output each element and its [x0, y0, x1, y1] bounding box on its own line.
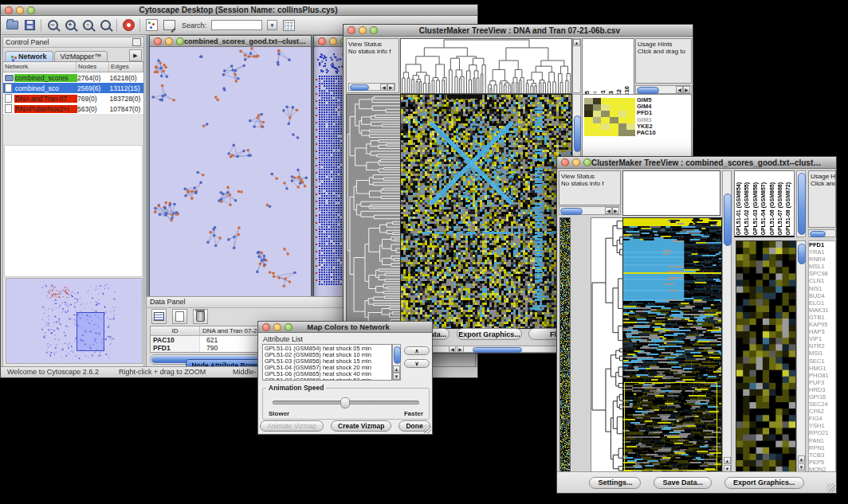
minimize-button[interactable] — [273, 323, 281, 331]
gene-list-item[interactable]: KAP95 — [809, 321, 835, 328]
network-table-row[interactable]: combined_sco 2569(6) 13112(15) — [3, 83, 143, 93]
table-edit-icon[interactable] — [282, 19, 295, 32]
gene-list-item[interactable]: MAK31 — [809, 307, 835, 314]
gene-list-item[interactable]: GTB1 — [809, 314, 835, 321]
gene-list-item[interactable]: HMG1 — [809, 365, 835, 372]
gene-list-item[interactable]: CLN1 — [809, 277, 835, 284]
attribute-list-item[interactable]: GPL51-07 (GSM868) heat shock 60 min — [265, 377, 391, 381]
minimize-button[interactable] — [572, 158, 580, 166]
close-button[interactable] — [318, 37, 326, 45]
minimize-button[interactable] — [16, 6, 24, 14]
network-overview-icon[interactable] — [145, 19, 158, 32]
minimize-button[interactable] — [165, 37, 173, 45]
attribute-select-icon[interactable] — [151, 309, 167, 324]
gene-list-item[interactable]: ELG1 — [809, 299, 835, 307]
zoom-selected-icon[interactable] — [99, 19, 112, 32]
global-overview-strip[interactable] — [559, 217, 571, 474]
new-attribute-icon[interactable] — [172, 309, 187, 324]
move-down-button[interactable]: ∨ — [404, 359, 430, 368]
zoom-window-button[interactable] — [285, 323, 292, 331]
gene-list-item[interactable]: SPC98 — [809, 270, 835, 277]
array-labels-vscrollbar[interactable] — [796, 170, 806, 237]
zoom-window-button[interactable] — [27, 6, 35, 14]
gene-list-item[interactable]: TCB3 — [809, 451, 835, 459]
gene-list-item[interactable]: FIG4 — [809, 415, 835, 422]
gene-list-item[interactable]: RPN1 — [809, 444, 835, 451]
treeview-dna-titlebar[interactable]: ClusterMaker TreeView : DNA and Tran 07-… — [344, 25, 693, 37]
gene-list-item[interactable]: MSL1 — [809, 263, 835, 270]
zoomed-heatmap-canvas[interactable] — [736, 240, 796, 474]
map-colors-titlebar[interactable]: Map Colors to Network — [258, 322, 432, 333]
network-table-row[interactable]: RNAPuberNov2+I 563(0) 107847(0) — [3, 104, 143, 114]
slider-thumb[interactable] — [340, 397, 350, 408]
zoom-in-icon[interactable]: + — [64, 19, 77, 32]
gene-list-item[interactable]: GPI16 — [809, 393, 835, 400]
float-panel-icon[interactable] — [132, 38, 141, 46]
close-button[interactable] — [5, 6, 13, 14]
gene-list-vscrollbar[interactable]: ▲▼ — [796, 240, 806, 472]
gene-list-item[interactable]: MSI1 — [809, 350, 835, 357]
network-view-canvas[interactable] — [150, 47, 311, 299]
close-button[interactable] — [347, 26, 355, 34]
resize-grip[interactable] — [826, 483, 835, 492]
heatmap-canvas[interactable] — [400, 94, 572, 329]
gene-list-item[interactable]: PHO81 — [809, 372, 835, 379]
view-status-hscrollbar[interactable]: ◀▶ — [559, 206, 621, 215]
heatmap-canvas[interactable] — [622, 217, 722, 474]
delete-attribute-icon[interactable] — [193, 309, 208, 324]
gene-list-item[interactable]: VIP1 — [809, 335, 835, 342]
gene-list-item[interactable]: PEP5 — [809, 459, 835, 466]
gene-list-item[interactable]: HRD3 — [809, 386, 835, 393]
gene-list-item[interactable]: YSH1 — [809, 422, 835, 429]
gene-list-item[interactable]: CPA2 — [809, 408, 835, 415]
animation-speed-slider[interactable] — [273, 400, 419, 404]
treeview-combined-titlebar[interactable]: ClusterMaker TreeView : combined_scores_… — [557, 157, 836, 169]
close-button[interactable] — [154, 37, 162, 45]
gene-list-item[interactable]: YRA1 — [809, 248, 835, 256]
network-overview-canvas[interactable] — [6, 278, 143, 364]
gene-list-item[interactable]: RNR4 — [809, 256, 835, 263]
gene-list-item[interactable]: HAP3 — [809, 328, 835, 335]
row-dendrogram-canvas[interactable] — [591, 217, 623, 474]
heatmap-vscrollbar[interactable]: ▲▼ — [722, 170, 732, 474]
close-button[interactable] — [561, 158, 569, 166]
selected-genes-mini-heatmap[interactable] — [584, 98, 635, 136]
search-dropdown-icon[interactable]: ▼ — [267, 20, 277, 30]
network-view-titlebar[interactable]: combined_scores_good.txt--cluste... — [150, 36, 311, 47]
tab-vizmapper[interactable]: VizMapper™ — [54, 51, 108, 61]
save-data-button[interactable]: Save Data... — [654, 477, 712, 489]
zoom-window-button[interactable] — [370, 26, 378, 34]
network-table-row[interactable]: DNA and Tran 07 769(0) 183728(0) — [3, 93, 143, 104]
gene-list-item[interactable]: SEC24 — [809, 400, 835, 408]
column-dendrogram-canvas[interactable] — [400, 38, 572, 94]
row-dendrogram-canvas[interactable] — [346, 94, 401, 329]
close-button[interactable] — [262, 323, 270, 331]
create-vizmap-button[interactable]: Create Vizmap — [331, 420, 391, 432]
zoom-out-icon[interactable]: − — [46, 19, 59, 32]
gene-list-item[interactable]: PAN1 — [809, 437, 835, 444]
gene-list-item[interactable]: NIS1 — [809, 285, 835, 292]
attribute-list-vscrollbar[interactable]: ▲▼ — [392, 344, 401, 381]
export-graphics-button[interactable]: Export Graphics... — [457, 328, 522, 340]
gene-list-item[interactable]: SEC1 — [809, 357, 835, 365]
gene-list-item[interactable]: BUD4 — [809, 292, 835, 299]
gene-list-item[interactable]: RPO21 — [809, 429, 835, 436]
column-dendrogram-area[interactable] — [622, 170, 720, 216]
export-graphics-button[interactable]: Export Graphics... — [724, 477, 804, 489]
zoom-fit-icon[interactable]: ▫ — [81, 19, 94, 32]
view-status-hscrollbar[interactable]: ◀▶ — [348, 83, 395, 91]
minimize-button[interactable] — [359, 26, 367, 34]
search-input[interactable] — [211, 20, 262, 30]
help-icon[interactable] — [122, 19, 135, 32]
animate-vizmap-button[interactable]: Animate Vizmap — [260, 420, 324, 432]
gene-list-item[interactable]: NTR2 — [809, 342, 835, 350]
tab-network[interactable]: Network — [5, 51, 53, 61]
settings-button[interactable]: Settings... — [589, 477, 641, 489]
move-up-button[interactable]: ∧ — [404, 346, 430, 355]
network-table-row[interactable]: combined_scores 2764(0) 16218(0) — [3, 72, 143, 83]
gene-list-item[interactable]: PFD1 — [809, 241, 835, 248]
open-file-icon[interactable] — [6, 19, 18, 32]
resize-grip[interactable] — [422, 424, 431, 433]
minimize-button[interactable] — [329, 37, 337, 45]
snapshot-icon[interactable] — [163, 19, 175, 32]
